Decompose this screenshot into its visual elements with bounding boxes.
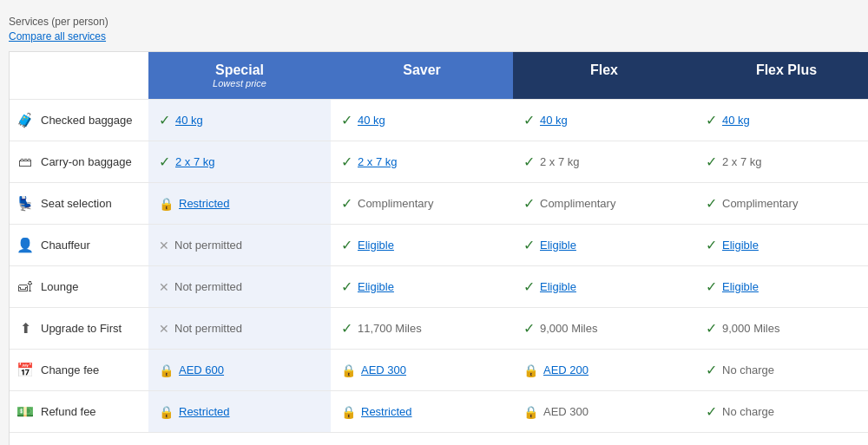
cell-lounge-col0: ✕Not permitted — [148, 265, 331, 307]
price-empty — [10, 432, 148, 445]
refund_fee-label: Refund fee — [41, 405, 96, 418]
cell-seat_selection-col1: ✓Complimentary — [331, 182, 513, 224]
seat_selection-icon: 💺 — [16, 195, 34, 212]
check-icon: ✓ — [341, 237, 352, 253]
check-icon: ✓ — [159, 112, 170, 128]
chauffeur-label: Chauffeur — [41, 239, 90, 252]
cell-upgrade_first-col2: ✓9,000 Miles — [513, 307, 695, 349]
cell-link[interactable]: AED 200 — [543, 363, 589, 376]
cell-text: AED 300 — [543, 405, 589, 418]
cell-chauffeur-col0: ✕Not permitted — [148, 224, 331, 265]
cell-link[interactable]: Eligible — [540, 280, 576, 293]
cell-link[interactable]: Eligible — [358, 280, 394, 293]
cell-link[interactable]: Eligible — [722, 280, 759, 293]
cell-link[interactable]: 40 kg — [540, 114, 568, 127]
cell-carryon_baggage-col3: ✓2 x 7 kg — [695, 141, 868, 182]
cell-checked_baggage-col1: ✓40 kg — [331, 99, 513, 141]
cell-link[interactable]: 40 kg — [358, 114, 385, 127]
change_fee-label: Change fee — [41, 363, 99, 376]
cell-link[interactable]: Restricted — [179, 405, 230, 418]
cell-link[interactable]: Eligible — [722, 239, 759, 252]
check-icon: ✓ — [341, 278, 352, 295]
check-icon: ✓ — [341, 195, 352, 212]
header-flexplus: Flex Plus — [695, 52, 868, 99]
cell-refund_fee-col3: ✓No charge — [695, 390, 868, 432]
header-special: Special Lowest price — [148, 52, 331, 99]
change_fee-icon: 📅 — [16, 362, 34, 378]
cell-link[interactable]: 2 x 7 kg — [358, 155, 398, 168]
cell-carryon_baggage-col2: ✓2 x 7 kg — [513, 141, 695, 182]
cell-text: Not permitted — [174, 239, 242, 252]
cell-text: 2 x 7 kg — [722, 155, 762, 168]
special-subtitle: Lowest price — [157, 78, 322, 88]
cell-text: 11,700 Miles — [358, 322, 422, 335]
cell-link[interactable]: 40 kg — [722, 114, 750, 127]
carryon_baggage-icon: 🗃 — [16, 154, 34, 170]
cross-icon: ✕ — [159, 239, 169, 252]
seat_selection-label: Seat selection — [41, 197, 112, 210]
cell-checked_baggage-col3: ✓40 kg — [695, 99, 868, 141]
cell-refund_fee-col2: 🔒AED 300 — [513, 390, 695, 432]
cell-chauffeur-col3: ✓Eligible — [695, 224, 868, 265]
cell-refund_fee-col1: 🔒Restricted — [331, 390, 513, 432]
check-icon: ✓ — [523, 278, 535, 295]
cell-seat_selection-col3: ✓Complimentary — [695, 182, 868, 224]
check-icon: ✓ — [341, 112, 352, 128]
row-label-refund_fee: 💵Refund fee — [10, 390, 148, 432]
cell-change_fee-col1: 🔒AED 300 — [331, 349, 513, 390]
check-icon: ✓ — [706, 278, 717, 295]
cell-link[interactable]: Restricted — [361, 405, 412, 418]
upgrade_first-icon: ⬆ — [16, 320, 34, 337]
cell-seat_selection-col2: ✓Complimentary — [513, 182, 695, 224]
cell-link[interactable]: Eligible — [540, 239, 576, 252]
lock-icon: 🔒 — [159, 197, 174, 211]
lock-icon: 🔒 — [523, 363, 538, 377]
cell-text: No charge — [722, 405, 774, 418]
cell-text: 9,000 Miles — [540, 322, 597, 335]
flexplus-title: Flex Plus — [704, 62, 868, 78]
upgrade_first-label: Upgrade to First — [41, 322, 122, 335]
check-icon: ✓ — [341, 320, 352, 337]
cell-chauffeur-col1: ✓Eligible — [331, 224, 513, 265]
check-icon: ✓ — [523, 195, 535, 212]
cell-change_fee-col2: 🔒AED 200 — [513, 349, 695, 390]
price-cell-1: AED 2,870 — [331, 432, 513, 445]
cell-lounge-col2: ✓Eligible — [513, 265, 695, 307]
lock-icon: 🔒 — [523, 405, 538, 419]
check-icon: ✓ — [159, 154, 170, 170]
cell-text: 9,000 Miles — [722, 322, 779, 335]
row-label-checked_baggage: 🧳Checked baggage — [10, 99, 148, 141]
cell-link[interactable]: Restricted — [179, 197, 230, 210]
cell-link[interactable]: AED 300 — [361, 363, 406, 376]
check-icon: ✓ — [706, 403, 717, 420]
lock-icon: 🔒 — [341, 363, 356, 377]
cell-upgrade_first-col0: ✕Not permitted — [148, 307, 331, 349]
cell-carryon_baggage-col1: ✓2 x 7 kg — [331, 141, 513, 182]
check-icon: ✓ — [523, 320, 535, 337]
lounge-label: Lounge — [41, 280, 78, 293]
cell-text: Complimentary — [540, 197, 615, 210]
check-icon: ✓ — [706, 237, 717, 253]
cell-link[interactable]: 40 kg — [175, 114, 203, 127]
check-icon: ✓ — [341, 154, 352, 170]
chauffeur-icon: 👤 — [16, 237, 34, 253]
compare-link[interactable]: Compare all services — [9, 30, 106, 43]
check-icon: ✓ — [706, 154, 717, 170]
check-icon: ✓ — [706, 112, 717, 128]
cell-checked_baggage-col0: ✓40 kg — [148, 99, 331, 141]
cross-icon: ✕ — [159, 280, 169, 294]
cell-link[interactable]: Eligible — [358, 239, 394, 252]
check-icon: ✓ — [706, 320, 717, 337]
lock-icon: 🔒 — [159, 363, 174, 377]
check-icon: ✓ — [523, 237, 535, 253]
cell-link[interactable]: 2 x 7 kg — [175, 155, 215, 168]
cell-link[interactable]: AED 600 — [179, 363, 224, 376]
cell-seat_selection-col0: 🔒Restricted — [148, 182, 331, 224]
pricing-grid: Special Lowest price Saver Flex Flex Plu… — [9, 51, 859, 445]
row-label-lounge: 🛋Lounge — [10, 265, 148, 307]
header-flex: Flex — [513, 52, 695, 99]
check-icon: ✓ — [523, 112, 535, 128]
cell-text: Complimentary — [722, 197, 798, 210]
cell-text: Not permitted — [174, 280, 242, 293]
cell-change_fee-col0: 🔒AED 600 — [148, 349, 331, 390]
